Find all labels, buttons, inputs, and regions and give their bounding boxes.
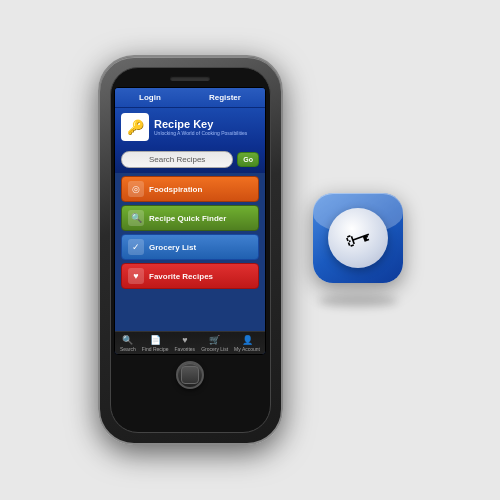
scene: Login Register 🔑 Recipe Key Unlocking A … xyxy=(0,0,500,500)
tab-search-icon: 🔍 xyxy=(122,335,133,345)
icon-shadow xyxy=(318,295,398,307)
tab-grocery-icon: 🛒 xyxy=(209,335,220,345)
grocery-list-label: Grocery List xyxy=(149,243,196,252)
tab-grocery-list[interactable]: 🛒 Grocery List xyxy=(201,335,228,352)
app-subtitle: Unlocking A World of Cooking Possibiliti… xyxy=(154,130,247,136)
menu-item-recipe-finder[interactable]: 🔍 Recipe Quick Finder xyxy=(121,205,259,231)
app-header: 🔑 Recipe Key Unlocking A World of Cookin… xyxy=(115,108,265,146)
tab-search[interactable]: 🔍 Search xyxy=(120,335,136,352)
phone-speaker xyxy=(170,76,210,81)
tab-favorites-icon: ♥ xyxy=(182,335,187,345)
tab-find-recipe-icon: 📄 xyxy=(150,335,161,345)
tab-account-icon: 👤 xyxy=(242,335,253,345)
favorites-label: Favorite Recipes xyxy=(149,272,213,281)
register-button[interactable]: Register xyxy=(203,92,247,103)
tab-search-label: Search xyxy=(120,346,136,352)
tab-favorites[interactable]: ♥ Favorites xyxy=(175,335,196,352)
home-button[interactable] xyxy=(176,361,204,389)
phone-frame: Login Register 🔑 Recipe Key Unlocking A … xyxy=(98,55,283,445)
app-icon[interactable]: 🗝 xyxy=(313,193,403,283)
grocery-list-icon: ✓ xyxy=(128,239,144,255)
tab-grocery-label: Grocery List xyxy=(201,346,228,352)
login-button[interactable]: Login xyxy=(133,92,167,103)
app-icon-circle: 🗝 xyxy=(328,208,388,268)
phone-inner: Login Register 🔑 Recipe Key Unlocking A … xyxy=(110,67,271,433)
bottom-tab-bar: 🔍 Search 📄 Find Recipe ♥ Favorites 🛒 Gro… xyxy=(115,331,265,354)
foodspiration-label: Foodspiration xyxy=(149,185,202,194)
app-title: Recipe Key xyxy=(154,118,247,130)
foodspiration-icon: ◎ xyxy=(128,181,144,197)
menu-item-favorites[interactable]: ♥ Favorite Recipes xyxy=(121,263,259,289)
top-nav: Login Register xyxy=(115,88,265,108)
tab-find-recipe[interactable]: 📄 Find Recipe xyxy=(142,335,169,352)
keys-icon: 🗝 xyxy=(340,219,375,257)
search-input[interactable]: Search Recipes xyxy=(121,151,233,168)
tab-favorites-label: Favorites xyxy=(175,346,196,352)
app-icon-wrapper: 🗝 xyxy=(313,193,403,307)
recipe-finder-label: Recipe Quick Finder xyxy=(149,214,226,223)
tab-account-label: My Account xyxy=(234,346,260,352)
home-button-inner xyxy=(181,366,199,384)
tab-my-account[interactable]: 👤 My Account xyxy=(234,335,260,352)
app-logo: 🔑 xyxy=(121,113,149,141)
search-area: Search Recipes Go xyxy=(115,146,265,173)
app-title-block: Recipe Key Unlocking A World of Cooking … xyxy=(154,118,247,136)
favorites-icon: ♥ xyxy=(128,268,144,284)
search-go-button[interactable]: Go xyxy=(237,152,259,167)
menu-item-foodspiration[interactable]: ◎ Foodspiration xyxy=(121,176,259,202)
recipe-finder-icon: 🔍 xyxy=(128,210,144,226)
phone-screen: Login Register 🔑 Recipe Key Unlocking A … xyxy=(114,87,266,355)
tab-find-recipe-label: Find Recipe xyxy=(142,346,169,352)
menu-items-list: ◎ Foodspiration 🔍 Recipe Quick Finder ✓ … xyxy=(115,173,265,331)
menu-item-grocery-list[interactable]: ✓ Grocery List xyxy=(121,234,259,260)
